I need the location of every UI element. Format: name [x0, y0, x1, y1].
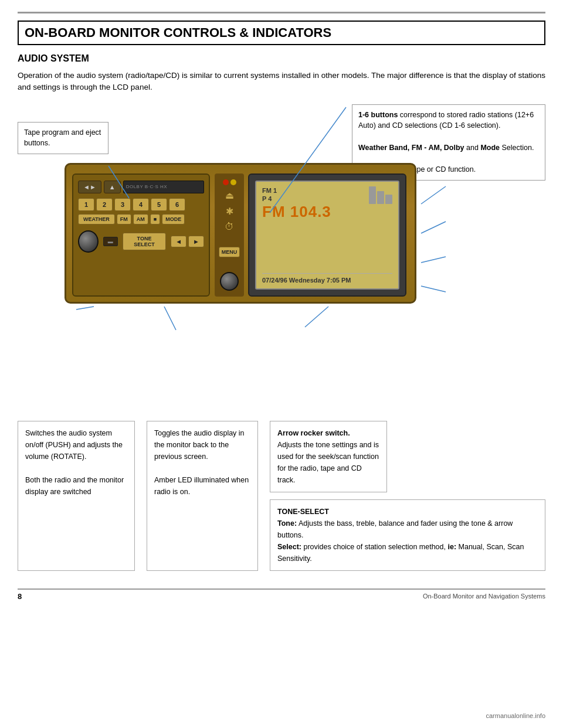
arrow-left-button[interactable]: ◄: [171, 236, 186, 247]
lcd-bar-2: [377, 191, 384, 204]
fm-button[interactable]: FM: [117, 214, 131, 224]
svg-line-6: [76, 307, 94, 309]
preset-button-2[interactable]: 2: [96, 198, 113, 211]
tape-callout: Tape program and eject buttons.: [18, 122, 108, 155]
tape-controls: ◄► ▲ DOLBY B·C·S HX: [78, 181, 204, 193]
radio-left-panel: ◄► ▲ DOLBY B·C·S HX 1 2 3 4 5 6: [72, 174, 210, 297]
mode-button[interactable]: MODE: [162, 214, 185, 224]
bottom-callouts: Switches the audio system on/off (PUSH) …: [18, 421, 545, 571]
right-callouts-column: Arrow rocker switch.Adjusts the tone set…: [270, 421, 545, 571]
lcd-frequency: FM 104.3: [262, 203, 359, 221]
arrow-rocker-title: Arrow rocker switch.Adjusts the tone set…: [277, 427, 379, 486]
cassette-icon: ▬: [103, 237, 118, 246]
arrow-right-button[interactable]: ►: [188, 236, 204, 247]
number-buttons-row: 1 2 3 4 5 6: [78, 198, 204, 211]
svg-line-8: [305, 307, 328, 327]
lcd-datetime: 07/24/96 Wednesday 7:05 PM: [262, 273, 392, 284]
tape-eject-button[interactable]: ▲: [104, 181, 121, 193]
svg-line-4: [421, 257, 446, 263]
callout-line2: Weather Band, FM - AM, Dolby and Mode Se…: [358, 142, 539, 154]
clock-icon[interactable]: ⏱: [225, 222, 234, 232]
radio-center-panel: ⏏ ✱ ⏱ MENU: [215, 174, 244, 297]
tape-slot: DOLBY B·C·S HX: [123, 181, 204, 193]
bottom-left-controls: ▬ TONE SELECT ◄ ►: [78, 230, 204, 253]
page-number: 8: [18, 592, 22, 601]
tape-rewind-button[interactable]: ◄►: [78, 181, 101, 193]
top-border: [18, 12, 545, 13]
preset-button-4[interactable]: 4: [133, 198, 149, 211]
right-knob[interactable]: [220, 272, 239, 291]
lcd-bar-1: [369, 186, 376, 204]
audio-system-title: AUDIO SYSTEM: [18, 53, 545, 64]
red-indicator: [223, 179, 229, 185]
watermark: carmanualonline.info: [486, 712, 545, 719]
intro-text: Operation of the audio system (radio/tap…: [18, 70, 545, 94]
indicator-dots: [223, 179, 236, 185]
lcd-top: FM 1 P 4 FM 104.3: [262, 186, 392, 222]
radio-right-panel: FM 1 P 4 FM 104.3 07/24/96 Wednesday 7:0…: [248, 174, 406, 297]
lcd-signal-bars: [369, 186, 392, 204]
lcd-screen: FM 1 P 4 FM 104.3 07/24/96 Wednesday 7:0…: [255, 181, 399, 290]
preset-button-3[interactable]: 3: [114, 198, 131, 211]
led-text: Amber LED illuminated when radio is on.: [154, 474, 250, 498]
svg-line-7: [164, 307, 176, 330]
toggles-callout: Toggles the audio display in the monitor…: [147, 421, 258, 571]
switches-text: Switches the audio system on/off (PUSH) …: [25, 427, 127, 462]
preset-button-5[interactable]: 5: [151, 198, 167, 211]
tone-select-callout: TONE-SELECT Tone: Adjusts the bass, treb…: [270, 499, 545, 571]
svg-line-2: [421, 186, 446, 204]
tone-select-button[interactable]: TONE SELECT: [123, 233, 166, 250]
select-text: Select: provides choice of station selec…: [277, 541, 538, 564]
diagram-area: Tape program and eject buttons. 1-6 butt…: [18, 104, 545, 409]
preset-button-1[interactable]: 1: [78, 198, 94, 211]
tone-text: Tone: Adjusts the bass, treble, balance …: [277, 518, 538, 541]
am-button[interactable]: AM: [133, 214, 148, 224]
lcd-station-line1: FM 1: [262, 186, 359, 195]
svg-line-5: [421, 286, 446, 292]
arrow-buttons: ◄ ►: [171, 236, 204, 247]
lcd-station-info: FM 1 P 4 FM 104.3: [262, 186, 359, 222]
switches-callout: Switches the audio system on/off (PUSH) …: [18, 421, 135, 571]
radio-unit: ◄► ▲ DOLBY B·C·S HX 1 2 3 4 5 6: [65, 163, 416, 304]
mode-buttons-row: WEATHER FM AM ■ MODE: [78, 214, 204, 224]
page-footer: 8 On-Board Monitor and Navigation System…: [18, 588, 545, 601]
volume-knob[interactable]: [78, 230, 99, 253]
footer-text: On-Board Monitor and Navigation Systems: [423, 593, 545, 600]
page-container: ON-BOARD MONITOR CONTROLS & INDICATORS A…: [0, 0, 563, 728]
dolby-label: DOLBY B·C·S HX: [126, 184, 167, 189]
asterisk-icon[interactable]: ✱: [226, 206, 233, 217]
switches-text2: Both the radio and the monitor display a…: [25, 474, 127, 498]
section-title: ON-BOARD MONITOR CONTROLS & INDICATORS: [18, 21, 545, 45]
lcd-bar-3: [385, 195, 392, 204]
eject-icon[interactable]: ⏏: [225, 190, 234, 201]
callout-line1: 1-6 buttons correspond to stored radio s…: [358, 110, 539, 132]
yellow-indicator: [230, 179, 236, 185]
tone-select-title: TONE-SELECT: [277, 506, 538, 518]
weather-button[interactable]: WEATHER: [78, 214, 115, 224]
toggles-text: Toggles the audio display in the monitor…: [154, 427, 250, 462]
dolby-button[interactable]: ■: [150, 214, 160, 224]
lcd-station-line2: P 4: [262, 195, 359, 203]
arrow-rocker-callout: Arrow rocker switch.Adjusts the tone set…: [270, 421, 387, 492]
svg-line-3: [421, 222, 446, 233]
preset-button-6[interactable]: 6: [169, 198, 185, 211]
menu-button[interactable]: MENU: [219, 247, 240, 257]
